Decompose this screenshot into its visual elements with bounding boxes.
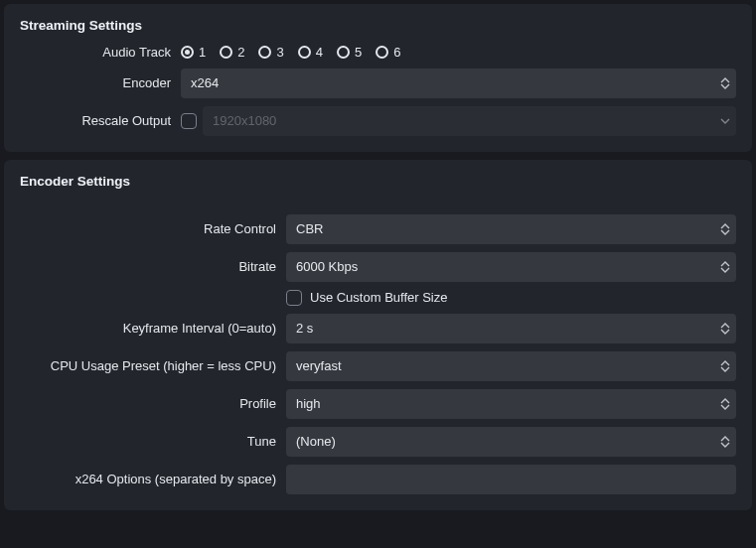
rate-control-row: Rate Control CBR xyxy=(20,214,736,244)
chevron-down-icon xyxy=(714,106,736,136)
radio-label: 6 xyxy=(393,45,400,60)
bitrate-stepper[interactable]: 6000 Kbps xyxy=(286,252,736,282)
rescale-output-checkbox[interactable] xyxy=(181,113,197,129)
rate-control-select[interactable]: CBR xyxy=(286,214,736,244)
audio-track-option-5[interactable]: 5 xyxy=(337,45,362,60)
cpu-preset-label: CPU Usage Preset (higher = less CPU) xyxy=(20,358,286,374)
x264-options-row: x264 Options (separated by space) xyxy=(20,465,736,494)
audio-track-option-2[interactable]: 2 xyxy=(220,45,244,60)
radio-icon xyxy=(337,46,350,59)
rescale-output-select[interactable]: 1920x1080 xyxy=(203,106,736,136)
rate-control-label: Rate Control xyxy=(20,221,286,237)
updown-icon xyxy=(714,389,736,419)
keyframe-value: 2 s xyxy=(296,321,726,336)
x264-options-label: x264 Options (separated by space) xyxy=(20,472,286,487)
audio-track-option-4[interactable]: 4 xyxy=(298,45,323,60)
radio-icon xyxy=(258,46,271,59)
bitrate-row: Bitrate 6000 Kbps xyxy=(20,252,736,282)
profile-value: high xyxy=(296,396,726,411)
audio-track-row: Audio Track 1 2 3 4 xyxy=(20,45,736,61)
audio-track-option-6[interactable]: 6 xyxy=(376,45,400,60)
cpu-preset-row: CPU Usage Preset (higher = less CPU) ver… xyxy=(20,351,736,381)
rescale-output-row: Rescale Output 1920x1080 xyxy=(20,106,736,136)
profile-row: Profile high xyxy=(20,389,736,419)
audio-track-label: Audio Track xyxy=(20,45,181,61)
updown-icon xyxy=(714,351,736,381)
profile-label: Profile xyxy=(20,396,286,412)
updown-icon xyxy=(714,214,736,244)
stepper-icon xyxy=(714,252,736,282)
rate-control-value: CBR xyxy=(296,221,726,236)
updown-icon xyxy=(714,427,736,457)
encoder-label: Encoder xyxy=(20,75,181,91)
radio-label: 2 xyxy=(237,45,244,60)
streaming-settings-title: Streaming Settings xyxy=(20,18,736,33)
encoder-value: x264 xyxy=(191,75,726,90)
tune-label: Tune xyxy=(20,434,286,450)
radio-label: 1 xyxy=(199,45,206,60)
bitrate-label: Bitrate xyxy=(20,259,286,275)
profile-select[interactable]: high xyxy=(286,389,736,419)
tune-select[interactable]: (None) xyxy=(286,427,736,457)
tune-row: Tune (None) xyxy=(20,427,736,457)
audio-track-option-3[interactable]: 3 xyxy=(258,45,283,60)
tune-value: (None) xyxy=(296,434,726,449)
radio-label: 5 xyxy=(355,45,362,60)
encoder-row: Encoder x264 xyxy=(20,68,736,98)
x264-options-input[interactable] xyxy=(286,465,736,494)
encoder-settings-panel: Encoder Settings Rate Control CBR Bitrat… xyxy=(4,160,752,510)
cpu-preset-select[interactable]: veryfast xyxy=(286,351,736,381)
streaming-settings-panel: Streaming Settings Audio Track 1 2 3 xyxy=(4,4,752,152)
bitrate-value: 6000 Kbps xyxy=(296,259,726,274)
cpu-preset-value: veryfast xyxy=(296,358,726,373)
custom-buffer-checkbox[interactable] xyxy=(286,290,302,306)
updown-icon xyxy=(714,68,736,98)
stepper-icon xyxy=(714,314,736,343)
custom-buffer-label: Use Custom Buffer Size xyxy=(310,290,447,305)
keyframe-stepper[interactable]: 2 s xyxy=(286,314,736,343)
custom-buffer-row: Use Custom Buffer Size xyxy=(20,290,736,306)
audio-track-option-1[interactable]: 1 xyxy=(181,45,206,60)
radio-label: 3 xyxy=(276,45,283,60)
rescale-output-placeholder: 1920x1080 xyxy=(213,113,276,128)
audio-track-radio-group: 1 2 3 4 5 xyxy=(181,45,400,60)
encoder-settings-title: Encoder Settings xyxy=(20,174,736,189)
keyframe-label: Keyframe Interval (0=auto) xyxy=(20,321,286,337)
encoder-select[interactable]: x264 xyxy=(181,68,736,98)
keyframe-row: Keyframe Interval (0=auto) 2 s xyxy=(20,314,736,343)
radio-icon xyxy=(376,46,388,59)
radio-label: 4 xyxy=(316,45,323,60)
radio-icon xyxy=(181,46,194,59)
rescale-output-label: Rescale Output xyxy=(20,113,181,129)
radio-icon xyxy=(220,46,232,59)
radio-icon xyxy=(298,46,311,59)
